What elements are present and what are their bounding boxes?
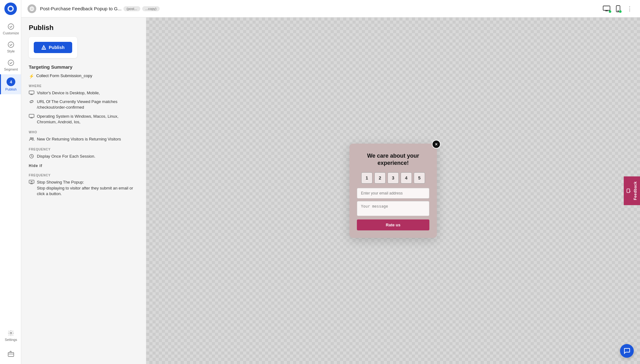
where-os-text: Operating System is Windows, Macos, Linu… <box>37 114 138 125</box>
popup-title: We care about your experience! <box>357 152 429 167</box>
rating-5-button[interactable]: 5 <box>414 172 425 184</box>
sidebar-item-publish[interactable]: 4 Publish <box>0 74 21 94</box>
where-section-label: WHERE <box>29 84 138 88</box>
globe-icon <box>28 4 36 13</box>
check-circle-icon <box>8 23 14 30</box>
where-url-item: URL Of The Currently Viewed Page matches… <box>29 99 138 110</box>
frequency-section-label: FREQUENCY <box>29 148 138 151</box>
header-actions: ⋮ <box>602 4 634 13</box>
rating-2-button[interactable]: 2 <box>374 172 386 184</box>
goal-item: ⚡ Collect Form Submission_copy <box>29 73 138 79</box>
svg-rect-34 <box>627 189 630 193</box>
popup-preview: × We care about your experience! 1 2 3 4… <box>349 144 437 238</box>
svg-point-27 <box>32 138 33 139</box>
sidebar-item-customize-label: Customize <box>3 31 19 35</box>
lightning-icon: ⚡ <box>29 74 34 79</box>
settings-label: Settings <box>5 338 17 342</box>
hide-popup-item: Stop Showing The Popup:Stop displaying t… <box>29 180 138 197</box>
who-visitors-text: New Or Returning Visitors is Returning V… <box>37 136 121 142</box>
users-icon <box>29 137 34 141</box>
email-field[interactable] <box>357 188 429 199</box>
where-device-text: Visitor's Device is Desktop, Mobile, <box>37 90 100 96</box>
svg-rect-20 <box>29 91 34 94</box>
svg-point-17 <box>618 11 618 11</box>
where-url-text: URL Of The Currently Viewed Page matches… <box>37 99 138 110</box>
more-options-button[interactable]: ⋮ <box>626 4 634 13</box>
breadcrumb: Post-Purchase Feedback Popup to G... (po… <box>40 6 160 11</box>
feedback-tab-label: Feedback <box>633 181 638 200</box>
rating-3-button[interactable]: 3 <box>388 172 399 184</box>
page-title: Post-Purchase Feedback Popup to G... <box>40 6 122 11</box>
svg-point-1 <box>9 7 12 11</box>
svg-point-5 <box>10 332 12 334</box>
main-container: Post-Purchase Feedback Popup to G... (po… <box>21 0 640 364</box>
sidebar-item-style[interactable]: Style <box>0 38 21 56</box>
publish-step-badge: 4 <box>7 77 15 86</box>
popup-close-button[interactable]: × <box>432 140 441 149</box>
sidebar-item-briefcase[interactable] <box>2 347 19 360</box>
sidebar-item-style-label: Style <box>7 49 15 53</box>
monitor-small-icon <box>29 114 34 119</box>
sidebar-item-customize[interactable]: Customize <box>0 20 21 38</box>
svg-point-3 <box>8 42 14 47</box>
rate-us-button[interactable]: Rate us <box>357 219 429 230</box>
rating-4-button[interactable]: 4 <box>401 172 412 184</box>
publish-button[interactable]: Publish <box>34 42 72 53</box>
monitor-x-icon <box>29 180 34 184</box>
svg-point-2 <box>8 24 14 29</box>
segment-check-icon <box>8 59 14 66</box>
hide-popup-text: Stop Showing The Popup:Stop displaying t… <box>37 180 138 197</box>
feedback-tab[interactable]: Feedback <box>624 176 640 205</box>
sidebar-item-settings[interactable]: Settings <box>2 327 19 345</box>
goal-item-text: Collect Form Submission_copy <box>36 73 92 78</box>
monitor-icon <box>29 91 34 95</box>
briefcase-icon <box>8 350 14 357</box>
app-logo[interactable] <box>4 2 17 15</box>
hide-if-label: Hide if <box>29 164 138 168</box>
publish-panel-title: Publish <box>29 24 138 32</box>
svg-point-26 <box>30 137 32 139</box>
content-area: Publish Publish Targeting Summary ⚡ Coll… <box>21 17 640 364</box>
mobile-view-button[interactable] <box>616 5 621 12</box>
breadcrumb-pill-1: (post... <box>123 6 140 11</box>
nav-bottom-section: Settings <box>2 327 19 364</box>
settings-gear-icon <box>8 330 14 337</box>
top-header: Post-Purchase Feedback Popup to G... (po… <box>21 0 640 17</box>
chat-bubble-button[interactable] <box>620 344 634 358</box>
sidebar-item-publish-label: Publish <box>5 87 17 91</box>
link-icon <box>29 99 34 104</box>
sidebar-item-segment-label: Segment <box>4 67 18 71</box>
who-visitors-item: New Or Returning Visitors is Returning V… <box>29 136 138 142</box>
hide-frequency-label: FREQUENCY <box>29 174 138 177</box>
left-navigation: Customize Style Segment 4 Publish <box>0 0 21 364</box>
preview-area: × We care about your experience! 1 2 3 4… <box>146 17 640 364</box>
desktop-view-button[interactable] <box>602 5 611 12</box>
sidebar-item-segment[interactable]: Segment <box>0 56 21 74</box>
publish-panel: Publish Publish Targeting Summary ⚡ Coll… <box>21 17 146 364</box>
svg-rect-13 <box>603 6 610 10</box>
clock-icon <box>29 154 34 159</box>
frequency-display-item: Display Once For Each Session. <box>29 154 138 159</box>
style-check-icon <box>8 41 14 48</box>
message-field[interactable] <box>357 201 429 216</box>
rating-1-button[interactable]: 1 <box>361 172 372 184</box>
svg-rect-6 <box>8 352 14 357</box>
frequency-display-text: Display Once For Each Session. <box>37 154 95 159</box>
breadcrumb-pill-2: ...copy) <box>142 6 160 11</box>
rating-row: 1 2 3 4 5 <box>357 172 429 184</box>
svg-rect-23 <box>29 114 34 117</box>
where-os-item: Operating System is Windows, Macos, Linu… <box>29 114 138 125</box>
where-device-item: Visitor's Device is Desktop, Mobile, <box>29 90 138 96</box>
targeting-summary-title: Targeting Summary <box>29 64 138 70</box>
publish-button-wrapper: Publish <box>29 37 77 58</box>
svg-point-4 <box>8 60 14 66</box>
who-section-label: WHO <box>29 130 138 134</box>
